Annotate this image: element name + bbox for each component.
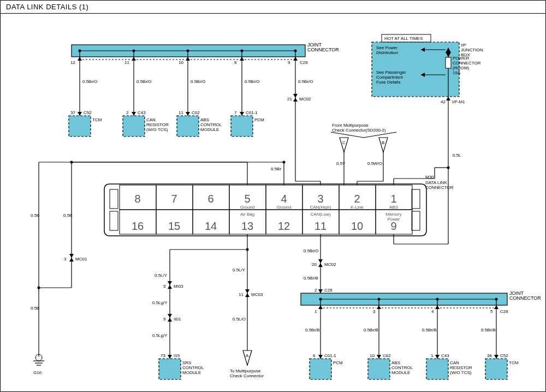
svg-text:7: 7: [234, 110, 237, 115]
svg-rect-88: [412, 211, 420, 230]
svg-text:I/PJUNCTIONBOX: I/PJUNCTIONBOX: [461, 43, 483, 57]
svg-text:42: 42: [441, 99, 446, 104]
svg-text:11: 11: [179, 110, 183, 115]
wiring-diagram: JOINTCONNECTOR 12 0.5Br/O 11 0.5Br/O 10 …: [1, 15, 546, 392]
svg-rect-238: [368, 359, 390, 379]
svg-marker-173: [168, 281, 172, 285]
svg-text:HOT AT ALL TIMES: HOT AT ALL TIMES: [384, 36, 423, 41]
svg-text:C01-1: C01-1: [246, 110, 258, 115]
svg-rect-32: [69, 116, 91, 136]
svg-text:21: 21: [287, 97, 292, 102]
svg-marker-219: [377, 305, 381, 309]
svg-text:MC02: MC02: [324, 262, 336, 267]
svg-marker-244: [435, 355, 440, 359]
svg-marker-183: [168, 355, 172, 359]
svg-text:11: 11: [124, 60, 129, 65]
svg-text:0.5Lg/Y: 0.5Lg/Y: [152, 333, 168, 338]
svg-marker-189: [245, 289, 250, 293]
svg-marker-214: [318, 305, 323, 309]
svg-text:9: 9: [390, 220, 396, 232]
svg-text:PCM: PCM: [333, 360, 343, 365]
svg-text:10: 10: [179, 60, 183, 65]
svg-rect-36: [123, 116, 145, 136]
svg-rect-58: [446, 57, 451, 68]
svg-text:Ground: Ground: [277, 205, 292, 210]
svg-text:0.5L/O: 0.5L/O: [233, 317, 246, 322]
svg-text:20: 20: [312, 262, 317, 267]
svg-text:Air Bag: Air Bag: [240, 212, 254, 217]
svg-text:II01: II01: [174, 317, 181, 322]
svg-text:M30: M30: [425, 175, 434, 180]
svg-text:To MultipurposeCheck Connector: To MultipurposeCheck Connector: [230, 369, 264, 378]
svg-text:0.5Br/B: 0.5Br/B: [364, 328, 378, 332]
svg-text:14: 14: [205, 220, 217, 232]
svg-marker-224: [435, 305, 440, 309]
joint-bot-label: JOINTCONNECTOR: [509, 290, 541, 301]
svg-text:3: 3: [163, 284, 166, 289]
svg-text:3: 3: [373, 309, 376, 314]
svg-text:6: 6: [207, 193, 213, 205]
page-title: DATA LINK DETAILS (1): [1, 1, 545, 14]
svg-text:12: 12: [70, 60, 75, 65]
svg-text:C43: C43: [441, 353, 449, 358]
svg-marker-28: [293, 57, 298, 61]
svg-marker-174: [168, 285, 172, 289]
svg-text:0.5B: 0.5B: [31, 306, 39, 311]
svg-text:MC01: MC01: [75, 257, 87, 262]
tcm-box: TCM: [92, 117, 102, 122]
svg-text:36: 36: [487, 353, 492, 358]
svg-rect-86: [110, 211, 118, 230]
svg-text:0.5Br/B: 0.5Br/B: [422, 328, 437, 332]
svg-text:C28: C28: [324, 288, 333, 293]
svg-text:G16: G16: [33, 370, 42, 375]
svg-text:0.5L/Y: 0.5L/Y: [155, 273, 168, 278]
svg-text:2: 2: [126, 110, 129, 115]
svg-text:5: 5: [490, 309, 493, 314]
svg-text:MC03: MC03: [251, 292, 263, 297]
svg-marker-23: [240, 57, 244, 61]
svg-text:4: 4: [281, 193, 287, 205]
svg-text:9: 9: [163, 317, 166, 322]
svg-text:3: 3: [317, 193, 323, 205]
svg-text:C28: C28: [300, 60, 308, 65]
svg-text:ABS: ABS: [389, 205, 398, 210]
svg-marker-178: [168, 314, 172, 318]
svg-text:0.5Br/B: 0.5Br/B: [481, 328, 496, 332]
svg-text:1: 1: [390, 193, 396, 205]
svg-point-152: [70, 161, 73, 164]
svg-text:C01-1: C01-1: [324, 353, 336, 358]
svg-text:C02: C02: [383, 353, 391, 358]
svg-rect-243: [426, 359, 448, 379]
svg-text:73: 73: [161, 353, 165, 358]
svg-text:CAN(Low): CAN(Low): [311, 212, 331, 217]
svg-rect-40: [177, 116, 199, 136]
svg-text:16: 16: [132, 220, 144, 232]
svg-marker-13: [132, 57, 136, 61]
svg-text:A: A: [246, 353, 249, 358]
svg-marker-200: [318, 263, 323, 267]
svg-text:6: 6: [313, 353, 316, 358]
joint-top-label: JOINTCONNECTOR: [307, 42, 339, 52]
svg-text:I15: I15: [174, 353, 180, 358]
svg-marker-50: [293, 98, 298, 102]
svg-text:9: 9: [288, 60, 290, 65]
svg-text:K-Line: K-Line: [351, 205, 364, 210]
svg-text:0.5Br/B: 0.5Br/B: [305, 328, 320, 332]
svg-rect-44: [231, 116, 253, 136]
svg-text:5: 5: [244, 193, 250, 205]
abs-box: ABSCONTROLMODULE: [200, 117, 222, 132]
svg-text:TCM: TCM: [509, 360, 519, 365]
svg-text:11: 11: [239, 292, 244, 297]
svg-text:C43: C43: [138, 110, 146, 115]
svg-marker-37: [132, 112, 136, 116]
svg-text:7: 7: [171, 193, 177, 205]
svg-text:2: 2: [314, 288, 317, 293]
svg-text:0.5Br/O: 0.5Br/O: [136, 79, 152, 84]
svg-text:0.5Lg/Y: 0.5Lg/Y: [152, 300, 168, 305]
svg-text:C02: C02: [192, 110, 200, 115]
svg-marker-190: [245, 293, 250, 297]
svg-text:B: B: [382, 140, 384, 145]
svg-text:1: 1: [314, 309, 317, 314]
svg-marker-199: [318, 259, 323, 263]
svg-text:10: 10: [370, 353, 375, 358]
